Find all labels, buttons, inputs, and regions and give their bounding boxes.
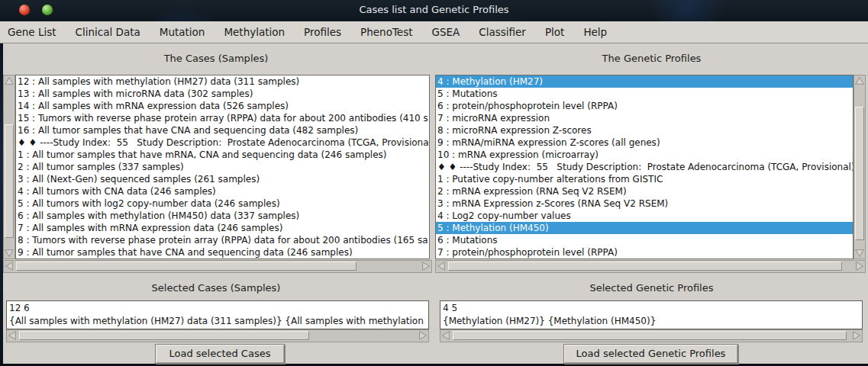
cases-horizontal-scrollbar[interactable] — [3, 260, 432, 273]
menu-bar: Gene ListClinical DataMutationMethylatio… — [0, 21, 868, 43]
cases-list-item[interactable]: 2 : All tumor samples (337 samples) — [16, 161, 429, 173]
menu-item[interactable]: Help — [583, 26, 607, 38]
selected-profiles-line1: 4 5 — [443, 303, 457, 313]
menu-item[interactable]: PhenoTest — [360, 26, 412, 38]
cases-list-item[interactable]: 12 : All samples with methylation (HM27)… — [16, 75, 429, 88]
profiles-list-item[interactable]: 4 : Methylation (HM27) — [436, 75, 853, 88]
scroll-up-icon — [854, 75, 865, 86]
profiles-vertical-scrollbar[interactable] — [853, 75, 866, 259]
selected-profiles-textarea[interactable]: 4 5{Methylation (HM27)} {Methylation (HM… — [440, 300, 863, 329]
menu-item[interactable]: Mutation — [160, 26, 205, 38]
cases-list-item[interactable]: 1 : All tumor samples that have mRNA, CN… — [16, 149, 429, 161]
cases-listbox[interactable]: 12 : All samples with methylation (HM27)… — [15, 75, 430, 259]
scroll-left-icon — [436, 261, 447, 271]
profiles-list-item[interactable]: 9 : mRNA/miRNA expression Z-scores (all … — [436, 136, 853, 149]
load-selected-cases-button[interactable]: Load selected Cases — [155, 344, 285, 364]
scrollbar-thumb[interactable] — [855, 107, 864, 240]
menu-item[interactable]: Gene List — [8, 26, 56, 38]
scrollbar-thumb[interactable] — [5, 124, 14, 238]
cases-list-item[interactable]: 14 : All samples with mRNA expression da… — [16, 100, 429, 112]
cases-list-item[interactable]: 13 : All samples with microRNA data (302… — [16, 88, 429, 100]
selected-profiles-scrollbar[interactable] — [440, 329, 863, 342]
profiles-list-item[interactable]: 2 : mRNA expression (RNA Seq V2 RSEM) — [436, 185, 853, 197]
profiles-list-item[interactable]: 7 : protein/phosphoprotein level (RPPA) — [436, 246, 853, 258]
profiles-list-item[interactable]: 6 : protein/phosphoprotein level (RPPA) — [436, 100, 853, 112]
selected-cases-textarea[interactable]: 12 6{All samples with methylation (HM27)… — [6, 300, 429, 329]
scroll-right-icon — [418, 330, 428, 341]
profiles-list-item[interactable]: 1 : Putative copy-number alterations fro… — [436, 173, 853, 185]
scrollbar-thumb[interactable] — [453, 331, 847, 340]
scroll-down-icon — [4, 248, 15, 258]
profiles-list-item[interactable]: 5 : Mutations — [436, 88, 853, 100]
scroll-up-icon — [4, 75, 15, 86]
profiles-horizontal-scrollbar[interactable] — [435, 260, 866, 273]
selected-profiles-line2: {Methylation (HM27)} {Methylation (HM450… — [443, 316, 656, 326]
window-title: Cases list and Genetic Profiles — [0, 4, 868, 15]
cases-list-item[interactable]: 3 : All (Next-Gen) sequenced samples (26… — [16, 173, 429, 185]
cases-list-item[interactable]: 6 : All samples with methylation (HM450)… — [16, 210, 429, 222]
selected-cases-line1: 12 6 — [9, 303, 30, 313]
cases-list-item[interactable]: 16 : All tumor samples that have CNA and… — [16, 124, 429, 136]
menu-item[interactable]: Plot — [545, 26, 564, 38]
profiles-list-item[interactable]: 5 : Methylation (HM450) — [436, 222, 853, 234]
menu-item[interactable]: Methylation — [224, 26, 285, 38]
cases-list-item[interactable]: 9 : All tumor samples that have CNA and … — [16, 246, 429, 258]
scrollbar-thumb[interactable] — [16, 262, 357, 271]
cases-list-item[interactable]: 5 : All tumors with log2 copy-number dat… — [16, 197, 429, 210]
selected-cases-line2: {All samples with methylation (HM27) dat… — [9, 316, 424, 326]
scroll-right-icon — [851, 330, 862, 341]
profiles-list-item[interactable]: ♦ ♦ ----Study Index: 55 Study Descriptio… — [436, 161, 853, 173]
menu-item[interactable]: Profiles — [304, 26, 341, 38]
scrollbar-thumb[interactable] — [19, 331, 309, 340]
profiles-panel-title: The Genetic Profiles — [435, 53, 868, 65]
menu-item[interactable]: GSEA — [432, 26, 460, 38]
cases-panel-title: The Cases (Samples) — [0, 53, 432, 65]
profiles-list-item[interactable]: 6 : Mutations — [436, 234, 853, 246]
cases-list-item[interactable]: ♦ ♦ ----Study Index: 55 Study Descriptio… — [16, 136, 429, 149]
menu-item[interactable]: Clinical Data — [76, 26, 140, 38]
profiles-list-item[interactable]: 3 : mRNA Expression z-Scores (RNA Seq V2… — [436, 197, 853, 210]
load-selected-profiles-button[interactable]: Load selected Genetic Profiles — [563, 344, 738, 364]
cases-list-item[interactable]: 8 : Tumors with reverse phase protein ar… — [16, 234, 429, 246]
scroll-right-icon — [854, 261, 865, 271]
menu-item[interactable]: Classifier — [479, 26, 526, 38]
selected-cases-label: Selected Cases (Samples) — [0, 282, 432, 294]
selected-cases-scrollbar[interactable] — [6, 329, 429, 342]
profiles-list-item[interactable]: 4 : Log2 copy-number values — [436, 210, 853, 222]
scrollbar-thumb[interactable] — [448, 262, 842, 271]
profiles-list-item[interactable]: 10 : mRNA expression (microarray) — [436, 149, 853, 161]
scroll-left-icon — [4, 261, 15, 271]
scroll-left-icon — [7, 330, 18, 341]
cases-vertical-scrollbar[interactable] — [3, 75, 15, 259]
scroll-down-icon — [854, 248, 865, 258]
cases-list-item[interactable]: 7 : All samples with mRNA expression dat… — [16, 222, 429, 234]
profiles-listbox[interactable]: 4 : Methylation (HM27)5 : Mutations6 : p… — [435, 75, 853, 259]
selected-profiles-label: Selected Genetic Profiles — [435, 282, 868, 294]
scroll-right-icon — [421, 261, 431, 271]
scroll-left-icon — [440, 330, 451, 341]
profiles-list-item[interactable]: 8 : microRNA expression Z-scores — [436, 124, 853, 136]
cases-list-item[interactable]: 15 : Tumors with reverse phase protein a… — [16, 112, 429, 124]
title-bar: Cases list and Genetic Profiles — [0, 0, 868, 21]
profiles-list-item[interactable]: 7 : microRNA expression — [436, 112, 853, 124]
cases-list-item[interactable]: 4 : All tumors with CNA data (246 sample… — [16, 185, 429, 197]
